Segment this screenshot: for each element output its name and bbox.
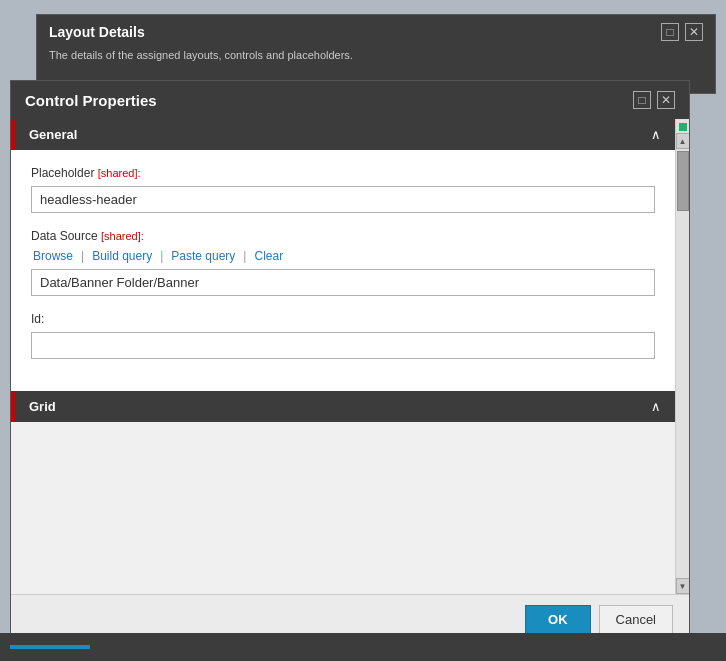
maximize-button[interactable]: □ [633, 91, 651, 109]
section-grid-label: Grid [29, 399, 56, 414]
datasource-shared-tag: [shared]: [101, 230, 144, 242]
scroll-indicator-dot [679, 123, 687, 131]
dialog-controls: □ ✕ [633, 91, 675, 109]
separator-1: | [81, 249, 84, 263]
close-button[interactable]: ✕ [657, 91, 675, 109]
browse-link[interactable]: Browse [31, 249, 75, 263]
section-general-label: General [29, 127, 77, 142]
bg-maximize-button[interactable]: □ [661, 23, 679, 41]
placeholder-shared-tag: [shared]: [98, 167, 141, 179]
bg-close-button[interactable]: ✕ [685, 23, 703, 41]
bg-window-subtitle: The details of the assigned layouts, con… [37, 49, 715, 69]
placeholder-field-group: Placeholder [shared]: [31, 166, 655, 213]
bg-window-title: Layout Details [49, 24, 145, 40]
bg-window-titlebar: Layout Details □ ✕ [37, 15, 715, 49]
datasource-input[interactable] [31, 269, 655, 296]
clear-link[interactable]: Clear [252, 249, 285, 263]
id-label: Id: [31, 312, 655, 326]
bottom-bar [0, 633, 726, 661]
main-dialog-title: Control Properties [25, 92, 157, 109]
placeholder-label: Placeholder [shared]: [31, 166, 655, 180]
bottom-bar-highlight [10, 645, 90, 649]
datasource-field-group: Data Source [shared]: Browse | Build que… [31, 229, 655, 296]
ok-button[interactable]: OK [525, 605, 591, 634]
scrollable-area[interactable]: General ∧ Placeholder [shared]: Data Sou… [11, 119, 675, 594]
main-dialog-titlebar: Control Properties □ ✕ [11, 81, 689, 119]
build-query-link[interactable]: Build query [90, 249, 154, 263]
separator-2: | [160, 249, 163, 263]
separator-3: | [243, 249, 246, 263]
datasource-label: Data Source [shared]: [31, 229, 655, 243]
cancel-button[interactable]: Cancel [599, 605, 673, 634]
section-general-chevron: ∧ [651, 127, 661, 142]
scroll-down-arrow[interactable]: ▼ [676, 578, 690, 594]
scroll-up-arrow[interactable]: ▲ [676, 133, 690, 149]
id-input[interactable] [31, 332, 655, 359]
dialog-content: General ∧ Placeholder [shared]: Data Sou… [11, 119, 689, 594]
scrollbar-track: ▲ ▼ [675, 119, 689, 594]
section-general-header[interactable]: General ∧ [11, 119, 675, 150]
bg-window-controls: □ ✕ [661, 23, 703, 41]
section-grid-header[interactable]: Grid ∧ [11, 391, 675, 422]
placeholder-input[interactable] [31, 186, 655, 213]
scroll-thumb[interactable] [677, 151, 689, 211]
paste-query-link[interactable]: Paste query [169, 249, 237, 263]
id-field-group: Id: [31, 312, 655, 359]
datasource-links-row: Browse | Build query | Paste query | Cle… [31, 249, 655, 263]
section-general-body: Placeholder [shared]: Data Source [share… [11, 150, 675, 391]
main-dialog: Control Properties □ ✕ General ∧ Placeho… [10, 80, 690, 645]
section-grid-chevron: ∧ [651, 399, 661, 414]
